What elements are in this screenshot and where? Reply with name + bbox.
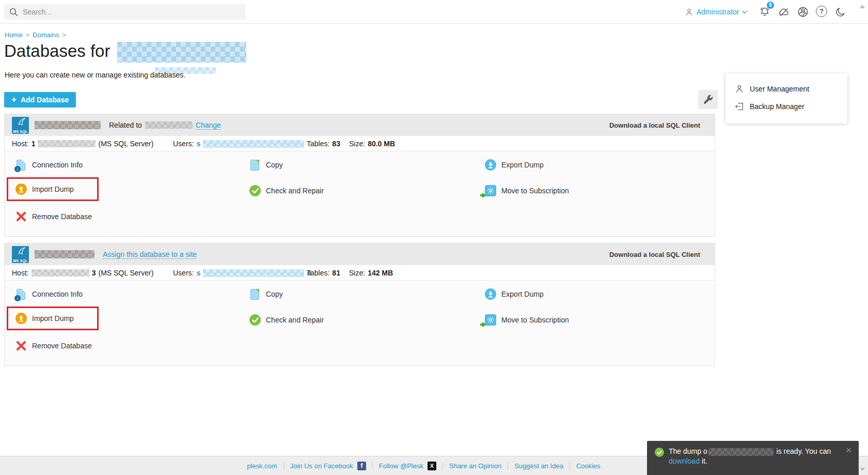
tools-button[interactable]: [698, 90, 718, 109]
connection-info-action[interactable]: i Connection Info: [15, 287, 99, 301]
footer-link-x[interactable]: Follow @PleskX: [373, 462, 443, 470]
relation-info: Assign this database to a site: [103, 250, 197, 259]
blurred-related-site: [145, 121, 193, 129]
database-actions: i Connection Info Import Dump Remove Dat…: [5, 151, 715, 237]
import-dump-action[interactable]: Import Dump: [15, 312, 74, 325]
notification-badge: 5: [766, 1, 775, 9]
topbar: Administrator 5 ?: [0, 0, 868, 24]
breadcrumb-domains[interactable]: Domains: [33, 31, 59, 39]
blurred-domain-name: [117, 42, 246, 63]
import-dump-icon: [15, 183, 27, 195]
database-actions: i Connection Info Import Dump Remove Dat…: [5, 281, 715, 366]
database-info-row: Host:1(MS SQL Server) Users:s Tables:83 …: [5, 136, 715, 151]
copy-action[interactable]: Copy: [249, 158, 324, 172]
mssql-icon: MS SQL: [12, 246, 29, 263]
blurred-users: [203, 269, 304, 277]
relation-info: Related to Change: [109, 121, 221, 130]
database-card-header: MS SQL Assign this database to a site Do…: [5, 243, 715, 265]
cloud-icon: [778, 6, 790, 18]
ball-icon: [797, 6, 809, 18]
import-dump-highlight: Import Dump: [7, 177, 99, 201]
help-button[interactable]: ?: [816, 6, 828, 18]
page-title: Databases for: [4, 41, 246, 63]
export-dump-action[interactable]: Export Dump: [485, 158, 569, 172]
person-icon: [735, 84, 744, 94]
blurred-host: [38, 140, 96, 147]
mssql-icon: MS SQL: [12, 117, 29, 134]
moon-icon: [834, 6, 847, 18]
breadcrumb: Home>Domains>: [5, 31, 69, 39]
database-card: MS SQL Assign this database to a site Do…: [4, 243, 715, 366]
search-icon: [9, 8, 18, 17]
question-icon: ?: [816, 6, 827, 17]
database-card-header: MS SQL Related to Change Download a loca…: [5, 114, 715, 136]
copy-icon: [250, 289, 259, 300]
remove-database-action[interactable]: Remove Database: [15, 339, 99, 353]
change-link[interactable]: Change: [196, 121, 221, 130]
database-info-row: Host:3(MS SQL Server) Users:so Tables:81…: [5, 265, 715, 281]
check-repair-icon: [249, 314, 261, 326]
check-repair-action[interactable]: Check and Repair: [249, 184, 324, 197]
x-twitter-icon: X: [428, 462, 436, 470]
database-card: MS SQL Related to Change Download a loca…: [4, 114, 715, 237]
plus-icon: +: [11, 95, 17, 104]
download-sql-client-button[interactable]: Download a local SQL Client: [609, 121, 700, 129]
footer-link-cookies[interactable]: Cookies: [570, 462, 607, 470]
blurred-users: [203, 140, 304, 148]
dump-ready-toast: The dump o is ready. You can download it…: [647, 441, 859, 475]
import-dump-highlight: Import Dump: [7, 307, 99, 330]
ball-menu-button[interactable]: [797, 6, 809, 18]
blurred-dump-name: [708, 448, 774, 456]
wrench-icon: [703, 95, 713, 104]
close-icon[interactable]: ×: [846, 445, 851, 455]
page-subtitle: Here you can create new or manage existi…: [5, 71, 185, 79]
export-dump-action[interactable]: Export Dump: [485, 287, 569, 301]
move-subscription-action[interactable]: Move to Subscription: [485, 184, 569, 197]
copy-action[interactable]: Copy: [249, 287, 324, 301]
scroll-down-arrow[interactable]: [860, 468, 865, 471]
footer-link-facebook[interactable]: Join Us on Facebookf: [284, 462, 373, 470]
search-box[interactable]: [4, 4, 245, 20]
blurred-database-name: [35, 121, 101, 129]
remove-database-icon: [15, 340, 27, 351]
search-input[interactable]: [23, 8, 240, 16]
dark-mode-button[interactable]: [834, 6, 847, 18]
move-subscription-icon: [485, 314, 496, 326]
success-check-icon: [655, 448, 664, 457]
add-database-button[interactable]: + Add Database: [4, 92, 76, 108]
connection-info-icon: i: [17, 160, 25, 171]
user-label: Administrator: [697, 8, 739, 16]
import-dump-icon: [15, 313, 27, 324]
export-dump-icon: [485, 288, 496, 300]
move-subscription-action[interactable]: Move to Subscription: [485, 313, 569, 327]
blurred-database-name: [35, 250, 94, 258]
breadcrumb-home[interactable]: Home: [5, 31, 23, 39]
connection-info-action[interactable]: i Connection Info: [15, 158, 99, 172]
cloud-status-button[interactable]: [778, 6, 790, 18]
download-link[interactable]: download: [669, 457, 700, 465]
import-dump-action[interactable]: Import Dump: [15, 182, 74, 196]
user-icon: [685, 8, 693, 17]
quick-links-panel: User Management Backup Manager: [725, 73, 847, 124]
backup-manager-link[interactable]: Backup Manager: [725, 98, 847, 115]
facebook-icon: f: [357, 462, 366, 470]
export-dump-icon: [485, 159, 496, 171]
check-repair-action[interactable]: Check and Repair: [249, 313, 324, 327]
toast-message: The dump o is ready. You can download it…: [669, 447, 842, 466]
user-menu[interactable]: Administrator: [685, 6, 747, 18]
chevron-down-icon: [742, 10, 747, 14]
footer-link-idea[interactable]: Suggest an Idea: [508, 462, 570, 470]
user-management-link[interactable]: User Management: [725, 80, 847, 98]
check-repair-icon: [249, 185, 261, 196]
blurred-host: [31, 269, 89, 277]
scroll-up-arrow[interactable]: [860, 5, 865, 8]
footer-link-opinion[interactable]: Share an Opinion: [443, 462, 508, 470]
move-subscription-icon: [485, 185, 496, 196]
copy-icon: [250, 160, 259, 171]
connection-info-icon: i: [17, 289, 25, 300]
remove-database-action[interactable]: Remove Database: [15, 210, 99, 223]
remove-database-icon: [15, 211, 27, 222]
footer-link-plesk[interactable]: plesk.com: [241, 462, 284, 470]
download-sql-client-button[interactable]: Download a local SQL Client: [609, 251, 700, 258]
assign-database-link[interactable]: Assign this database to a site: [103, 250, 197, 259]
